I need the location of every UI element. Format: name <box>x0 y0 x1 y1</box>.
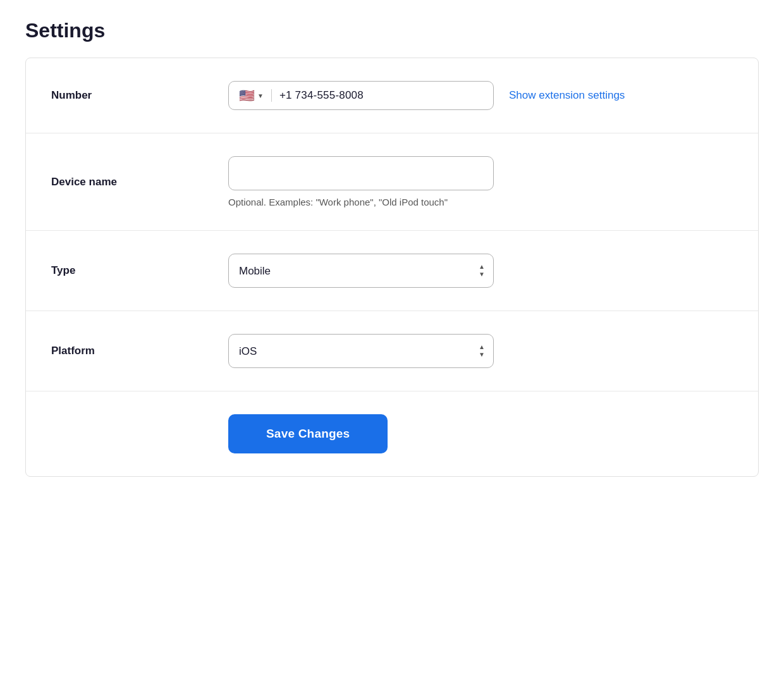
flag-selector[interactable]: 🇺🇸 ▼ <box>239 89 264 102</box>
platform-row: Platform iOS Android Windows Mac Other ▲… <box>26 311 758 391</box>
type-label: Type <box>51 264 216 277</box>
device-name-row: Device name Optional. Examples: "Work ph… <box>26 133 758 231</box>
save-button[interactable]: Save Changes <box>228 414 388 453</box>
platform-content: iOS Android Windows Mac Other ▲ ▼ <box>228 334 733 368</box>
phone-input-wrapper[interactable]: 🇺🇸 ▼ +1 734-555-8008 <box>228 81 494 110</box>
number-row-content: 🇺🇸 ▼ +1 734-555-8008 Show extension sett… <box>228 81 625 110</box>
type-row: Type Mobile Work Home Other ▲ ▼ <box>26 231 758 311</box>
type-content: Mobile Work Home Other ▲ ▼ <box>228 254 733 288</box>
save-row: Save Changes <box>26 391 758 476</box>
type-select[interactable]: Mobile Work Home Other <box>228 254 494 288</box>
number-label: Number <box>51 89 216 102</box>
phone-divider <box>271 89 272 102</box>
platform-select-wrapper: iOS Android Windows Mac Other ▲ ▼ <box>228 334 494 368</box>
flag-emoji: 🇺🇸 <box>239 89 255 102</box>
phone-number-display: +1 734-555-8008 <box>279 89 364 102</box>
settings-container: Number 🇺🇸 ▼ +1 734-555-8008 Show extensi… <box>25 58 759 477</box>
device-name-content: Optional. Examples: "Work phone", "Old i… <box>228 156 733 207</box>
show-extension-link[interactable]: Show extension settings <box>509 89 625 102</box>
number-row: Number 🇺🇸 ▼ +1 734-555-8008 Show extensi… <box>26 58 758 133</box>
device-name-label: Device name <box>51 176 216 188</box>
type-select-wrapper: Mobile Work Home Other ▲ ▼ <box>228 254 494 288</box>
platform-label: Platform <box>51 345 216 357</box>
page-title: Settings <box>25 19 759 42</box>
device-name-hint: Optional. Examples: "Work phone", "Old i… <box>228 197 733 207</box>
device-name-input[interactable] <box>228 156 494 190</box>
flag-dropdown-arrow: ▼ <box>257 92 264 99</box>
platform-select[interactable]: iOS Android Windows Mac Other <box>228 334 494 368</box>
